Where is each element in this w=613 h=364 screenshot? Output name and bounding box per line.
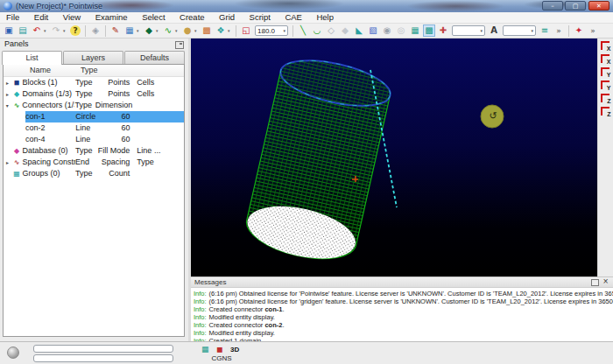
unstructured-grid-icon[interactable]: ▩ bbox=[423, 24, 435, 37]
row-type: Line bbox=[75, 134, 95, 145]
maximize-button[interactable]: ▢ bbox=[565, 1, 586, 10]
menu-file[interactable]: File bbox=[0, 12, 25, 23]
undo-icon[interactable]: ↶ bbox=[31, 24, 43, 37]
spacing-combo[interactable]: ▾ bbox=[503, 25, 536, 36]
messages-header[interactable]: Messages × bbox=[191, 277, 613, 288]
structured-grid-icon[interactable]: ▦ bbox=[409, 24, 421, 37]
expander-icon[interactable] bbox=[4, 168, 11, 179]
message-text: Created connector bbox=[209, 321, 265, 329]
minimize-button[interactable]: – bbox=[542, 1, 563, 10]
diamond-outline-icon[interactable]: ◇ bbox=[325, 24, 337, 37]
expander-icon[interactable]: ▾ bbox=[4, 100, 11, 111]
diamond-caret-icon[interactable]: ▾ bbox=[156, 28, 160, 33]
layers-icon[interactable]: ≡ bbox=[539, 24, 551, 37]
menu-cae[interactable]: CAE bbox=[278, 12, 308, 23]
menu-grid[interactable]: Grid bbox=[213, 12, 241, 23]
diamond-icon[interactable]: ◆ bbox=[143, 24, 155, 37]
arc-tool-icon[interactable]: ◡ bbox=[311, 24, 323, 37]
expander-icon[interactable]: ▸ bbox=[4, 77, 11, 88]
menu-select[interactable]: Select bbox=[136, 12, 171, 23]
view-minus-y-button[interactable]: Y bbox=[600, 80, 612, 91]
glove-caret-icon[interactable]: ▾ bbox=[228, 28, 232, 33]
status-field-1[interactable] bbox=[33, 345, 173, 353]
view-plus-x-button[interactable]: X bbox=[600, 40, 612, 52]
expander-icon[interactable]: ▸ bbox=[4, 157, 11, 168]
title-bar[interactable]: (New Project)* Pointwise – ▢ ✕ bbox=[0, 0, 613, 12]
tree-row-spacing-constraints[interactable]: ▸ ∿ Spacing Constrai... End Spacing Type bbox=[4, 157, 184, 168]
panel-float-icon[interactable] bbox=[175, 41, 184, 49]
sphere-icon[interactable]: ● bbox=[181, 24, 194, 37]
tree-row-connectors[interactable]: ▾ ∿ Connectors (1/3) Type Dimension bbox=[4, 100, 184, 111]
wedge-icon[interactable]: ◣ bbox=[353, 24, 365, 37]
close-button[interactable]: ✕ bbox=[588, 1, 609, 10]
sphere-grid-light-icon[interactable]: ◎ bbox=[395, 24, 407, 37]
row-col3: Spacing bbox=[95, 157, 130, 168]
block-icon[interactable]: ▧ bbox=[367, 24, 379, 37]
context-help-icon[interactable]: ? bbox=[70, 25, 81, 36]
connector-curve-icon[interactable]: ∿ bbox=[162, 24, 174, 37]
glove-icon[interactable]: ❖ bbox=[215, 24, 227, 37]
overflow-chevron-icon[interactable]: » bbox=[587, 24, 599, 37]
label-edit-icon[interactable]: A bbox=[488, 24, 500, 37]
expander-icon[interactable]: ▸ bbox=[4, 88, 11, 100]
menu-view[interactable]: View bbox=[57, 12, 87, 23]
line-tool-icon[interactable]: ╲ bbox=[297, 24, 309, 37]
view-minus-x-button[interactable]: X bbox=[600, 53, 612, 65]
panel-tabs: List Layers Defaults bbox=[2, 51, 186, 64]
row-col3: Count bbox=[95, 168, 130, 179]
message-level: Info: bbox=[194, 298, 207, 305]
rotation-angle-combo[interactable]: 180.0 ▾ bbox=[255, 25, 288, 36]
tree-row-blocks[interactable]: ▸ ◼ Blocks (1) Type Points Cells bbox=[4, 77, 184, 88]
dimension-combo[interactable]: ▾ bbox=[452, 25, 485, 36]
message-level: Info: bbox=[194, 329, 207, 337]
display-picture-icon[interactable]: ▩ bbox=[201, 24, 213, 37]
sphere-grid-icon[interactable]: ◉ bbox=[381, 24, 393, 37]
row-col3: 60 bbox=[96, 122, 130, 134]
curve-caret-icon[interactable]: ▾ bbox=[175, 28, 180, 33]
column-header-type[interactable]: Type bbox=[81, 65, 98, 76]
examine-screen-icon[interactable]: ◱ bbox=[240, 24, 252, 37]
overflow-chevron-icon[interactable]: » bbox=[553, 24, 565, 37]
status-field-2[interactable] bbox=[33, 354, 173, 362]
menu-edit[interactable]: Edit bbox=[28, 12, 54, 23]
cube-caret-icon[interactable]: ▾ bbox=[137, 28, 141, 33]
view-plus-z-button[interactable]: Z bbox=[600, 93, 612, 104]
diamond-solid-icon[interactable]: ◆ bbox=[339, 24, 351, 37]
tree-row-con-1[interactable]: con-1 Circle 60 bbox=[25, 111, 184, 122]
row-name: Domains (1/3) bbox=[22, 88, 74, 100]
open-icon[interactable]: ▤ bbox=[17, 24, 29, 37]
menu-create[interactable]: Create bbox=[173, 12, 211, 23]
mask-icon[interactable]: ✦ bbox=[573, 24, 585, 37]
redo-icon[interactable]: ↷ bbox=[50, 24, 62, 37]
messages-float-icon[interactable] bbox=[591, 279, 599, 286]
message-line: Info:Modified entity display. bbox=[194, 329, 613, 337]
tree-row-con-2[interactable]: con-2 Line 60 bbox=[25, 122, 184, 134]
menu-examine[interactable]: Examine bbox=[89, 12, 134, 23]
tab-list[interactable]: List bbox=[2, 51, 62, 65]
app-logo-icon bbox=[4, 2, 12, 10]
display-viewport[interactable]: ↺ bbox=[191, 38, 597, 276]
menu-help[interactable]: Help bbox=[310, 12, 340, 23]
paintbrush-icon[interactable]: ✎ bbox=[109, 24, 122, 37]
view-plus-y-button[interactable]: Y bbox=[600, 66, 612, 78]
cube-grid-icon[interactable]: ▦ bbox=[123, 24, 136, 37]
messages-close-icon[interactable]: × bbox=[602, 277, 609, 286]
join-connectors-icon[interactable]: ✚ bbox=[437, 24, 449, 37]
tree-row-database[interactable]: ◆ Database (0) Type Fill Mode Line ... bbox=[4, 145, 184, 157]
column-header-name[interactable]: Name bbox=[30, 65, 51, 76]
gem-icon[interactable]: ◈ bbox=[89, 24, 102, 37]
tab-layers[interactable]: Layers bbox=[63, 51, 123, 64]
tree-row-con-4[interactable]: con-4 Line 60 bbox=[25, 134, 184, 145]
messages-body: Info:(6:16 pm) Obtained license for 'Poi… bbox=[191, 288, 613, 345]
redo-caret-icon[interactable]: ▾ bbox=[63, 28, 67, 33]
tree-row-domains[interactable]: ▸ ◆ Domains (1/3) Type Points Cells bbox=[4, 88, 184, 100]
save-icon[interactable]: ▣ bbox=[3, 24, 15, 37]
cae-dimension: 3D bbox=[230, 346, 239, 354]
expander-icon[interactable] bbox=[4, 145, 11, 157]
view-minus-z-button[interactable]: Z bbox=[600, 106, 612, 117]
sphere-caret-icon[interactable]: ▾ bbox=[194, 28, 199, 33]
menu-script[interactable]: Script bbox=[243, 12, 277, 23]
tree-row-groups[interactable]: ▦ Groups (0) Type Count bbox=[4, 168, 184, 179]
undo-caret-icon[interactable]: ▾ bbox=[44, 28, 48, 33]
tab-defaults[interactable]: Defaults bbox=[124, 51, 185, 64]
